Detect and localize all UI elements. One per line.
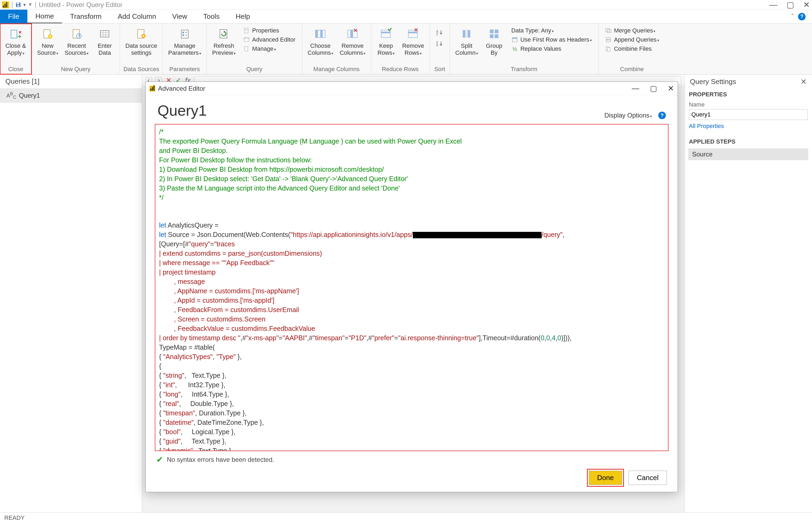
help-icon[interactable]: ? bbox=[798, 13, 806, 20]
sort-desc-button[interactable]: ZA bbox=[435, 39, 445, 48]
advanced-editor-button[interactable]: Advanced Editor bbox=[241, 35, 297, 44]
svg-rect-50 bbox=[606, 29, 609, 32]
manage-button[interactable]: Manage bbox=[241, 44, 297, 53]
query-item-label: Query1 bbox=[19, 92, 40, 99]
tab-tools[interactable]: Tools bbox=[195, 10, 228, 23]
svg-rect-1 bbox=[17, 3, 19, 4]
svg-rect-18 bbox=[182, 34, 184, 36]
remove-rows-button[interactable]: Remove Rows bbox=[400, 25, 426, 65]
title-bar: | ▾ ▼ | Untitled - Power Query Editor — … bbox=[0, 0, 812, 10]
merge-queries-button[interactable]: Merge Queries bbox=[603, 26, 661, 35]
tab-add-column[interactable]: Add Column bbox=[110, 10, 164, 23]
code-editor[interactable]: /* The exported Power Query Formula Lang… bbox=[155, 124, 668, 451]
svg-rect-52 bbox=[606, 38, 611, 39]
dialog-titlebar: Advanced Editor — ▢ ✕ bbox=[146, 82, 678, 95]
parameters-group: Manage Parameters Parameters bbox=[163, 24, 207, 74]
dialog-minimize-button[interactable]: — bbox=[632, 84, 639, 93]
svg-rect-32 bbox=[350, 30, 353, 38]
advanced-editor-dialog: Advanced Editor — ▢ ✕ Query1 Display Opt… bbox=[145, 82, 678, 492]
split-column-button[interactable]: Split Column bbox=[453, 25, 480, 65]
svg-rect-33 bbox=[381, 30, 390, 38]
svg-rect-16 bbox=[181, 30, 188, 38]
svg-rect-55 bbox=[608, 48, 610, 51]
cancel-button[interactable]: Cancel bbox=[628, 471, 667, 485]
tab-transform[interactable]: Transform bbox=[62, 10, 110, 23]
refresh-preview-button[interactable]: Refresh Preview bbox=[210, 25, 238, 65]
svg-rect-36 bbox=[408, 32, 418, 33]
svg-rect-44 bbox=[490, 30, 494, 33]
collapse-ribbon-icon[interactable]: ˆ bbox=[791, 12, 794, 21]
svg-rect-25 bbox=[244, 38, 249, 41]
dialog-help-icon[interactable]: ? bbox=[658, 112, 666, 119]
svg-rect-27 bbox=[245, 47, 248, 51]
syntax-message: No syntax errors have been detected. bbox=[167, 456, 274, 464]
svg-rect-46 bbox=[490, 34, 494, 38]
data-source-settings-button[interactable]: Data source settings bbox=[123, 25, 159, 65]
replace-values-button[interactable]: ½Replace Values bbox=[510, 44, 593, 53]
tab-home[interactable]: Home bbox=[27, 10, 62, 23]
query-settings-pane: Query Settings ✕ PROPERTIES Name All Pro… bbox=[684, 75, 812, 512]
close-window-button[interactable]: ✕ bbox=[803, 0, 810, 10]
dialog-close-button[interactable]: ✕ bbox=[668, 84, 674, 93]
status-text: READY bbox=[4, 515, 25, 521]
data-type-button[interactable]: Data Type: Any bbox=[510, 26, 593, 35]
all-properties-link[interactable]: All Properties bbox=[685, 121, 812, 131]
preview-body: Advanced Editor — ▢ ✕ Query1 Display Opt… bbox=[142, 86, 684, 512]
syntax-status: ✔ No syntax errors have been detected. bbox=[146, 453, 678, 466]
manage-parameters-button[interactable]: Manage Parameters bbox=[166, 25, 203, 65]
pbi-logo-icon bbox=[2, 1, 9, 8]
ribbon-tabs: File Home Transform Add Column View Tool… bbox=[0, 10, 812, 24]
first-row-headers-button[interactable]: Use First Row as Headers bbox=[510, 35, 593, 44]
svg-rect-47 bbox=[495, 34, 498, 38]
choose-columns-button[interactable]: Choose Columns bbox=[306, 25, 336, 65]
tab-view[interactable]: View bbox=[164, 10, 195, 23]
sort-group: AZ ZA Sort bbox=[430, 24, 450, 74]
queries-pane: Queries [1] ABC Query1 bbox=[0, 75, 142, 512]
dialog-title-text: Advanced Editor bbox=[158, 85, 205, 92]
new-source-button[interactable]: New Source bbox=[35, 25, 60, 65]
maximize-button[interactable]: ▢ bbox=[787, 0, 794, 10]
svg-rect-8 bbox=[100, 31, 109, 37]
svg-rect-17 bbox=[182, 32, 184, 33]
query-name-input[interactable] bbox=[689, 109, 808, 120]
text-column-icon: ABC bbox=[6, 91, 16, 100]
reduce-rows-group: Keep Rows Remove Rows Reduce Rows bbox=[371, 24, 430, 74]
enter-data-button[interactable]: Enter Data bbox=[93, 25, 116, 65]
svg-text:A: A bbox=[436, 43, 438, 47]
keep-rows-button[interactable]: Keep Rows bbox=[374, 25, 398, 65]
save-icon[interactable] bbox=[15, 2, 21, 8]
dialog-maximize-button[interactable]: ▢ bbox=[650, 84, 657, 93]
tab-file[interactable]: File bbox=[0, 10, 27, 23]
svg-rect-3 bbox=[11, 30, 17, 38]
tab-help[interactable]: Help bbox=[227, 10, 258, 23]
status-bar: READY bbox=[0, 512, 812, 523]
properties-button[interactable]: Properties bbox=[241, 26, 297, 35]
main-area: Queries [1] ABC Query1 ‹ › ✕ ✓ fx Advanc… bbox=[0, 75, 812, 512]
dialog-header: Query1 Display Options ? bbox=[146, 95, 678, 122]
recent-sources-button[interactable]: Recent Sources bbox=[62, 25, 91, 65]
svg-rect-2 bbox=[17, 5, 19, 6]
query-list-item[interactable]: ABC Query1 bbox=[0, 89, 142, 103]
done-button[interactable]: Done bbox=[589, 471, 622, 485]
append-queries-button[interactable]: Append Queries bbox=[603, 35, 661, 44]
applied-step-item[interactable]: Source bbox=[688, 148, 808, 160]
data-sources-group: Data source settings Data Sources bbox=[120, 24, 163, 74]
display-options-button[interactable]: Display Options bbox=[604, 112, 652, 119]
combine-files-button[interactable]: Combine Files bbox=[603, 44, 661, 53]
close-apply-button[interactable]: Close & Apply bbox=[3, 25, 28, 65]
minimize-button[interactable]: — bbox=[769, 0, 777, 10]
settings-close-icon[interactable]: ✕ bbox=[800, 77, 807, 86]
dialog-query-name: Query1 bbox=[158, 102, 207, 119]
close-group: Close & Apply Close bbox=[0, 24, 32, 74]
settings-title: Query Settings bbox=[690, 77, 736, 86]
group-by-button[interactable]: Group By bbox=[482, 25, 506, 65]
name-label: Name bbox=[689, 101, 705, 108]
remove-columns-button[interactable]: Remove Columns bbox=[337, 25, 368, 65]
check-icon: ✔ bbox=[156, 455, 163, 464]
applied-steps-label: APPLIED STEPS bbox=[685, 136, 812, 147]
pbi-logo-icon bbox=[149, 86, 155, 91]
new-query-group: New Source Recent Sources Enter Data New… bbox=[32, 24, 120, 74]
sort-asc-button[interactable]: AZ bbox=[435, 28, 445, 36]
svg-rect-49 bbox=[512, 38, 517, 39]
svg-rect-53 bbox=[606, 40, 611, 42]
